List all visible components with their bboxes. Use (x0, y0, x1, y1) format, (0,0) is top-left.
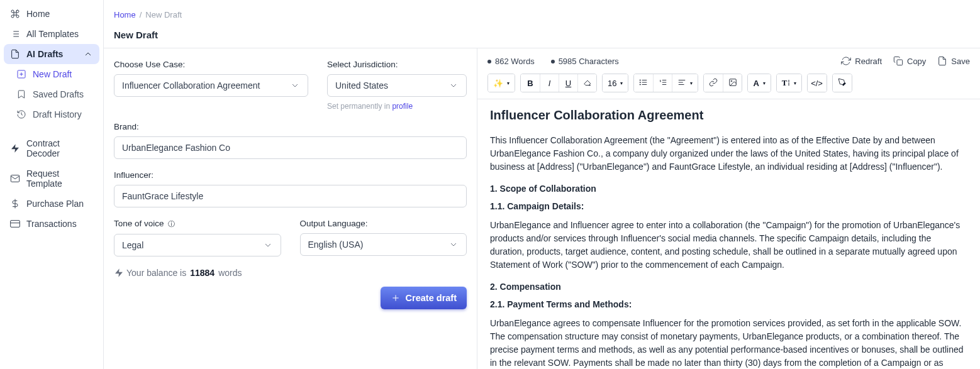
page-title: New Draft (104, 25, 980, 48)
save-button[interactable]: Save (937, 56, 970, 66)
editor-panel: 862 Words 5985 Characters Redraft Copy (477, 48, 980, 369)
tone-select[interactable]: Legal (114, 234, 281, 256)
font-color-button[interactable]: A▾ (748, 74, 770, 92)
sidebar-item-purchase-plan[interactable]: Purchase Plan (4, 194, 99, 214)
use-case-select[interactable]: Influencer Collaboration Agreement (114, 74, 308, 97)
breadcrumb-home[interactable]: Home (114, 10, 136, 19)
eraser-button[interactable] (577, 74, 596, 92)
wand-icon: ✨ (493, 79, 503, 88)
eraser-icon (583, 78, 592, 89)
use-case-value: Influencer Collaboration Agreement (122, 80, 260, 91)
influencer-label: Influencer: (114, 170, 467, 180)
copy-button[interactable]: Copy (893, 56, 926, 66)
doc-title: Influencer Collaboration Agreement (490, 108, 967, 123)
sidebar-item-transactions[interactable]: Transactions (4, 214, 99, 234)
italic-button[interactable]: I (540, 74, 559, 92)
bold-button[interactable]: B (521, 74, 540, 92)
sidebar-label-purchase: Purchase Plan (26, 199, 84, 209)
doc-subsection-2-1: 2.1. Payment Terms and Methods: (490, 299, 967, 309)
jurisdiction-hint: Set permanently in profile (327, 102, 467, 111)
bullet-list-button[interactable] (634, 74, 653, 92)
dollar-icon (10, 199, 20, 209)
tone-value: Legal (122, 240, 143, 250)
lang-select[interactable]: English (USA) (300, 233, 467, 256)
bolt-icon (10, 143, 20, 153)
influencer-input[interactable]: FauntGrace Lifestyle (114, 185, 467, 207)
highlight-button[interactable] (833, 74, 852, 92)
profile-link[interactable]: profile (392, 102, 413, 111)
svg-marker-9 (11, 144, 19, 152)
sidebar-item-home[interactable]: Home (4, 4, 99, 24)
list-ol-icon (659, 78, 667, 89)
sidebar-item-saved-drafts[interactable]: Saved Drafts (10, 84, 99, 104)
info-icon: ⓘ (166, 219, 176, 229)
sidebar-label-new-draft: New Draft (33, 69, 72, 79)
refresh-icon (841, 56, 851, 66)
chevron-down-icon (448, 80, 459, 91)
ordered-list-button[interactable] (653, 74, 672, 92)
jurisdiction-value: United States (335, 80, 388, 91)
link-icon (709, 78, 718, 89)
sidebar-item-ai-drafts[interactable]: AI Drafts (4, 44, 99, 64)
font-size-select[interactable]: 16▾ (603, 74, 628, 92)
plus-icon (391, 293, 401, 303)
brand-input[interactable]: UrbanElegance Fashion Co (114, 136, 467, 159)
breadcrumb-current: New Draft (145, 10, 182, 19)
chevron-up-icon (83, 49, 93, 59)
sidebar-label-draft-history: Draft History (33, 109, 82, 119)
svg-rect-10 (11, 175, 19, 182)
magic-button[interactable]: ✨▾ (488, 74, 515, 92)
code-button[interactable]: </> (808, 74, 827, 92)
doc-para-1: UrbanElegance and Influencer agree to en… (490, 219, 967, 272)
doc-intro: This Influencer Collaboration Agreement … (490, 134, 967, 173)
doc-subsection-1-1: 1.1. Campaign Details: (490, 201, 967, 211)
sidebar-item-draft-history[interactable]: Draft History (10, 104, 99, 124)
list-icon (10, 29, 20, 39)
sidebar-item-new-draft[interactable]: New Draft (10, 64, 99, 84)
editor-stats: 862 Words 5985 Characters (487, 57, 619, 66)
sidebar-label-home: Home (26, 9, 50, 19)
file-icon (937, 56, 947, 66)
redraft-button[interactable]: Redraft (841, 56, 882, 66)
char-count: 5985 Characters (551, 57, 619, 66)
create-draft-button[interactable]: Create draft (381, 287, 467, 309)
text-style-button[interactable]: T⁞▾ (777, 74, 801, 92)
sidebar-label-transactions: Transactions (26, 219, 77, 229)
chevron-down-icon (290, 80, 300, 91)
sidebar-label-ai-drafts: AI Drafts (26, 49, 63, 59)
sidebar-item-all-templates[interactable]: All Templates (4, 24, 99, 44)
plus-square-icon (16, 69, 26, 79)
file-icon (10, 49, 20, 59)
influencer-value: FauntGrace Lifestyle (122, 191, 203, 201)
list-ul-icon (639, 78, 648, 89)
balance-text: Your balance is 11884 words (114, 268, 467, 278)
sidebar-label-request: Request Template (26, 168, 93, 189)
lang-label: Output Language: (300, 219, 467, 228)
svg-point-31 (731, 80, 732, 82)
sidebar-sub-ai-drafts: New Draft Saved Drafts Draft History (4, 64, 99, 124)
document-body[interactable]: Influencer Collaboration Agreement This … (477, 99, 980, 369)
svg-point-23 (640, 84, 641, 84)
link-button[interactable] (704, 74, 723, 92)
doc-para-2: UrbanElegance agrees to compensate Influ… (490, 317, 967, 369)
breadcrumb-sep: / (140, 10, 142, 19)
form-panel: Choose Use Case: Influencer Collaboratio… (104, 48, 477, 369)
sidebar: Home All Templates AI Drafts New Draft S… (0, 0, 104, 369)
brand-label: Brand: (114, 122, 467, 131)
chevron-down-icon (263, 240, 273, 250)
jurisdiction-select[interactable]: United States (327, 74, 467, 97)
sidebar-item-request-template[interactable]: Request Template (4, 163, 99, 194)
sidebar-item-contract-decoder[interactable]: Contract Decoder (4, 133, 99, 163)
breadcrumb: Home / New Draft (104, 0, 980, 25)
word-count: 862 Words (487, 57, 535, 66)
code-icon: </> (811, 79, 823, 88)
sidebar-label-decoder: Contract Decoder (26, 138, 93, 158)
align-button[interactable]: ▾ (672, 74, 698, 92)
image-button[interactable] (723, 74, 742, 92)
document-scroll[interactable]: Influencer Collaboration Agreement This … (477, 99, 980, 369)
svg-rect-12 (11, 221, 20, 228)
highlight-icon (838, 78, 847, 89)
underline-button[interactable]: U (559, 74, 577, 92)
align-icon (677, 78, 686, 89)
copy-icon (893, 56, 903, 66)
